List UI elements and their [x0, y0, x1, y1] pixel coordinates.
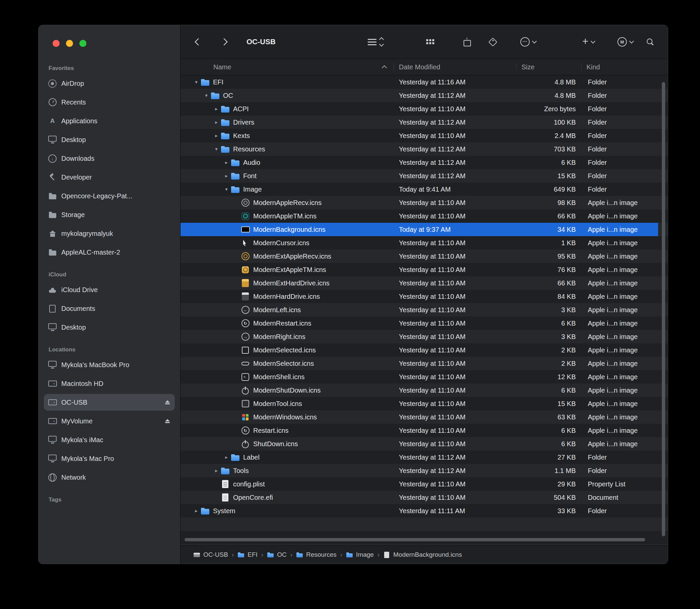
- sidebar-item-network[interactable]: Network: [44, 469, 175, 486]
- sidebar-item-recents[interactable]: Recents: [44, 94, 175, 110]
- file-size: 98 KB: [516, 199, 581, 207]
- file-row-restart-icns[interactable]: Restart.icnsYesterday at 11:10 AM6 KBApp…: [180, 424, 658, 437]
- file-name: ModernAppleRecv.icns: [253, 199, 321, 207]
- zoom-button[interactable]: [80, 40, 86, 47]
- sidebar-item-mykolagrymalyuk[interactable]: mykolagrymalyuk: [44, 225, 175, 242]
- file-row-modernbackground-icns[interactable]: ModernBackground.icnsToday at 9:37 AM34 …: [180, 223, 658, 236]
- file-row-drivers[interactable]: ▸DriversYesterday at 11:12 AM100 KBFolde…: [180, 116, 658, 129]
- path-item-modernbackground-icns[interactable]: ModernBackground.icns: [383, 551, 462, 558]
- sidebar-item-storage[interactable]: Storage: [44, 206, 175, 223]
- sidebar-item-oc-usb[interactable]: OC-USB: [44, 394, 175, 411]
- file-name: ModernExtHardDrive.icns: [253, 279, 330, 287]
- disclosure-closed-icon[interactable]: ▸: [222, 173, 231, 179]
- file-row-moderntool-icns[interactable]: ModernTool.icnsYesterday at 11:10 AM15 K…: [180, 397, 658, 410]
- file-row-modernappletm-icns[interactable]: ModernAppleTM.icnsYesterday at 11:10 AM6…: [180, 209, 658, 223]
- file-row-modernapplerecv-icns[interactable]: ModernAppleRecv.icnsYesterday at 11:10 A…: [180, 196, 658, 209]
- disclosure-open-icon[interactable]: ▾: [222, 186, 231, 192]
- group-by-button[interactable]: [426, 39, 435, 45]
- disclosure-closed-icon[interactable]: ▸: [212, 133, 221, 139]
- disclosure-open-icon[interactable]: ▾: [212, 146, 221, 152]
- sidebar-item-myvolume[interactable]: MyVolume: [44, 413, 175, 430]
- horizontal-scrollbar[interactable]: [185, 538, 645, 541]
- file-row-kexts[interactable]: ▸KextsYesterday at 11:10 AM2.4 MBFolder: [180, 129, 658, 142]
- file-row-modernselector-icns[interactable]: ModernSelector.icnsYesterday at 11:10 AM…: [180, 357, 658, 370]
- file-row-config-plist[interactable]: config.plistYesterday at 11:10 AM29 KBPr…: [180, 477, 658, 491]
- eject-icon[interactable]: [165, 400, 170, 404]
- tags-button[interactable]: [488, 37, 497, 46]
- sidebar-item-downloads[interactable]: Downloads: [44, 150, 175, 167]
- path-item-oc[interactable]: OC: [267, 551, 287, 558]
- file-row-tools[interactable]: ▸ToolsYesterday at 11:12 AM1.1 MBFolder: [180, 464, 658, 477]
- file-row-modernright-icns[interactable]: ModernRight.icnsYesterday at 11:10 AM3 K…: [180, 330, 658, 343]
- disclosure-open-icon[interactable]: ▾: [202, 92, 211, 99]
- search-button[interactable]: [646, 37, 654, 46]
- file-row-modernextapplerecv-icns[interactable]: ModernExtAppleRecv.icnsYesterday at 11:1…: [180, 249, 658, 263]
- column-header-kind[interactable]: Kind: [581, 59, 658, 75]
- column-header-name[interactable]: Name: [180, 59, 393, 75]
- disclosure-closed-icon[interactable]: ▸: [212, 468, 221, 474]
- sidebar-item-applealc-master-2[interactable]: AppleALC-master-2: [44, 244, 175, 261]
- file-date: Yesterday at 11:10 AM: [393, 266, 516, 274]
- sidebar-item-mykola-s-macbook-pro[interactable]: Mykola’s MacBook Pro: [44, 356, 175, 373]
- disclosure-closed-icon[interactable]: ▸: [192, 508, 200, 514]
- sidebar-item-mykola-s-mac-pro[interactable]: Mykola’s Mac Pro: [44, 450, 175, 467]
- path-separator: ›: [232, 551, 234, 558]
- sidebar-item-opencore-legacy-pat[interactable]: Opencore-Legacy-Pat...: [44, 188, 175, 204]
- sidebar-item-airdrop[interactable]: AirDrop: [44, 75, 175, 92]
- file-row-modernharddrive-icns[interactable]: ModernHardDrive.icnsYesterday at 11:10 A…: [180, 290, 658, 303]
- view-mode-button[interactable]: [368, 38, 383, 46]
- disclosure-closed-icon[interactable]: ▸: [212, 119, 221, 125]
- account-button[interactable]: M: [618, 37, 633, 47]
- more-actions-button[interactable]: •••: [521, 37, 536, 47]
- sidebar-item-icloud-drive[interactable]: iCloud Drive: [44, 281, 175, 298]
- disclosure-open-icon[interactable]: ▾: [192, 79, 200, 85]
- back-button[interactable]: [196, 39, 201, 45]
- file-row-modernleft-icns[interactable]: ModernLeft.icnsYesterday at 11:10 AM3 KB…: [180, 303, 658, 316]
- disclosure-closed-icon[interactable]: ▸: [222, 159, 231, 166]
- forward-button[interactable]: [222, 39, 227, 45]
- disclosure-closed-icon[interactable]: ▸: [212, 106, 221, 112]
- left-icon: [241, 306, 250, 315]
- sidebar-item-mykola-s-imac[interactable]: Mykola’s iMac: [44, 432, 175, 448]
- path-item-resources[interactable]: Resources: [296, 551, 337, 558]
- file-row-shutdown-icns[interactable]: ShutDown.icnsYesterday at 11:10 AM6 KBAp…: [180, 437, 658, 451]
- column-header-size[interactable]: Size: [516, 59, 581, 75]
- sidebar-item-desktop[interactable]: Desktop: [44, 131, 175, 148]
- file-row-acpi[interactable]: ▸ACPIYesterday at 11:10 AMZero bytesFold…: [180, 102, 658, 116]
- file-row-system[interactable]: ▸SystemYesterday at 11:11 AM33 KBFolder: [180, 504, 658, 518]
- file-name: Image: [243, 186, 262, 193]
- vertical-scrollbar[interactable]: [662, 82, 665, 536]
- close-button[interactable]: [53, 40, 59, 47]
- chevron-down-icon: [591, 39, 595, 44]
- disclosure-closed-icon[interactable]: ▸: [222, 454, 231, 460]
- file-row-modernshell-icns[interactable]: ModernShell.icnsYesterday at 11:10 AM12 …: [180, 370, 658, 384]
- file-row-modernshutdown-icns[interactable]: ModernShutDown.icnsYesterday at 11:10 AM…: [180, 384, 658, 397]
- sidebar-item-applications[interactable]: Applications: [44, 112, 175, 129]
- file-row-font[interactable]: ▸FontYesterday at 11:12 AM15 KBFolder: [180, 169, 658, 182]
- file-row-image[interactable]: ▾ImageToday at 9:41 AM649 KBFolder: [180, 182, 658, 196]
- path-item-oc-usb[interactable]: OC-USB: [193, 551, 228, 558]
- file-row-moderncursor-icns[interactable]: ModernCursor.icnsYesterday at 11:10 AM1 …: [180, 236, 658, 249]
- file-row-modernselected-icns[interactable]: ModernSelected.icnsYesterday at 11:10 AM…: [180, 343, 658, 357]
- path-item-efi[interactable]: EFI: [238, 551, 258, 558]
- file-row-modernrestart-icns[interactable]: ModernRestart.icnsYesterday at 11:10 AM6…: [180, 316, 658, 330]
- share-button[interactable]: [463, 37, 471, 47]
- eject-icon[interactable]: [165, 419, 170, 423]
- column-header-date-modified[interactable]: Date Modified: [393, 59, 516, 75]
- file-row-oc[interactable]: ▾OCYesterday at 11:12 AM4.8 MBFolder: [180, 89, 658, 102]
- file-row-audio[interactable]: ▸AudioYesterday at 11:12 AM6 KBFolder: [180, 156, 658, 169]
- sidebar-item-desktop[interactable]: Desktop: [44, 319, 175, 336]
- file-row-modernextharddrive-icns[interactable]: ModernExtHardDrive.icnsYesterday at 11:1…: [180, 276, 658, 290]
- file-row-modernextappletm-icns[interactable]: ModernExtAppleTM.icnsYesterday at 11:10 …: [180, 263, 658, 276]
- sidebar-item-documents[interactable]: Documents: [44, 300, 175, 317]
- sidebar-item-macintosh-hd[interactable]: Macintosh HD: [44, 375, 175, 392]
- minimize-button[interactable]: [66, 40, 73, 47]
- sidebar-item-developer[interactable]: Developer: [44, 169, 175, 186]
- file-row-modernwindows-icns[interactable]: ModernWindows.icnsYesterday at 11:10 AM6…: [180, 410, 658, 424]
- path-item-image[interactable]: Image: [346, 551, 374, 558]
- file-row-opencore-efi[interactable]: OpenCore.efiYesterday at 11:10 AM504 KBD…: [180, 491, 658, 504]
- file-row-label[interactable]: ▸LabelYesterday at 11:12 AM27 KBFolder: [180, 451, 658, 464]
- new-item-button[interactable]: +: [582, 37, 595, 47]
- file-row-efi[interactable]: ▾EFIYesterday at 11:16 AM4.8 MBFolder: [180, 75, 658, 89]
- file-row-resources[interactable]: ▾ResourcesYesterday at 11:12 AM703 KBFol…: [180, 142, 658, 156]
